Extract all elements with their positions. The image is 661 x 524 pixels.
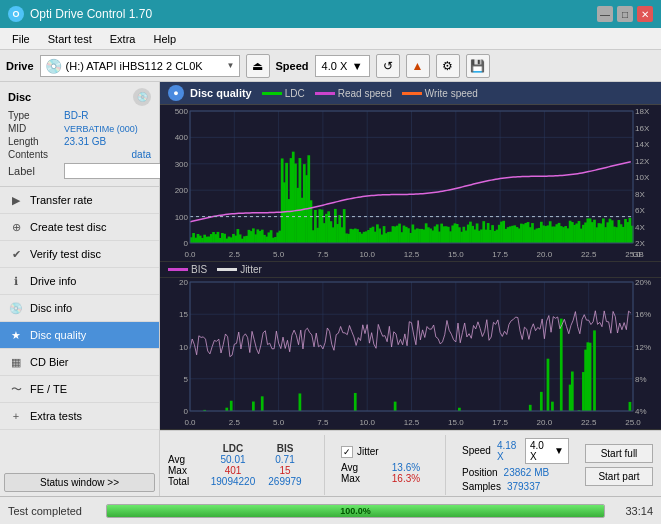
- type-value: BD-R: [64, 110, 151, 121]
- app-icon: O: [8, 6, 24, 22]
- transfer-rate-icon: ▶: [8, 192, 24, 208]
- position-label: Position: [462, 467, 498, 478]
- col-header-empty: [168, 443, 204, 454]
- chart2-legend-bis: BIS: [168, 264, 207, 275]
- jitter-checkbox[interactable]: ✓: [341, 446, 353, 458]
- lower-chart: [160, 278, 661, 430]
- sidebar-item-extra-tests[interactable]: + Extra tests: [0, 403, 159, 430]
- sidebar-item-drive-info[interactable]: ℹ Drive info: [0, 268, 159, 295]
- burn-button[interactable]: ▲: [406, 54, 430, 78]
- ldc-column-header: LDC: [210, 443, 256, 454]
- ldc-chart-canvas: [160, 105, 661, 261]
- max-ldc-value: 401: [210, 465, 256, 476]
- status-text: Test completed: [8, 505, 98, 517]
- fe-te-label: FE / TE: [30, 383, 67, 395]
- disc-title: Disc: [8, 91, 31, 103]
- sidebar-item-transfer-rate[interactable]: ▶ Transfer rate: [0, 187, 159, 214]
- speed-dropdown-stats[interactable]: 4.0 X ▼: [525, 438, 569, 464]
- bis-legend-label: BIS: [191, 264, 207, 275]
- cd-bier-icon: ▦: [8, 354, 24, 370]
- jitter-label: Jitter: [357, 446, 379, 457]
- disc-info-icon: 💿: [8, 300, 24, 316]
- disc-quality-label: Disc quality: [30, 329, 86, 341]
- eject-button[interactable]: ⏏: [246, 54, 270, 78]
- disc-quality-header: ● Disc quality LDC Read speed Write spee…: [160, 82, 661, 105]
- length-label: Length: [8, 136, 64, 147]
- contents-value: data: [64, 149, 151, 160]
- sidebar-item-fe-te[interactable]: 〜 FE / TE: [0, 376, 159, 403]
- speed-dropdown-arrow: ▼: [554, 445, 564, 456]
- read-speed-color-swatch: [315, 92, 335, 95]
- total-row-label: Total: [168, 476, 204, 487]
- chart-legend: LDC Read speed Write speed: [262, 88, 478, 99]
- settings-button[interactable]: ⚙: [436, 54, 460, 78]
- extra-tests-icon: +: [8, 408, 24, 424]
- menu-file[interactable]: File: [4, 31, 38, 47]
- jitter-section: ✓ Jitter: [341, 446, 429, 458]
- status-bar: Test completed 100.0% 33:14: [0, 496, 661, 524]
- disc-quality-header-icon: ●: [168, 85, 184, 101]
- sidebar-item-create-test-disc[interactable]: ⊕ Create test disc: [0, 214, 159, 241]
- speed-label: Speed: [276, 60, 309, 72]
- create-test-disc-label: Create test disc: [30, 221, 106, 233]
- verify-test-disc-label: Verify test disc: [30, 248, 101, 260]
- start-part-button[interactable]: Start part: [585, 467, 653, 486]
- max-jitter-value: 16.3%: [383, 473, 429, 484]
- progress-fill: 100.0%: [107, 505, 604, 517]
- verify-test-disc-icon: ✔: [8, 246, 24, 262]
- extra-tests-label: Extra tests: [30, 410, 82, 422]
- type-label: Type: [8, 110, 64, 121]
- avg-jitter-row-label: Avg: [341, 462, 377, 473]
- sidebar-item-disc-quality[interactable]: ★ Disc quality: [0, 322, 159, 349]
- jitter-legend-label: Jitter: [240, 264, 262, 275]
- menu-start-test[interactable]: Start test: [40, 31, 100, 47]
- avg-ldc-value: 50.01: [210, 454, 256, 465]
- title-bar: O Opti Drive Control 1.70 — □ ✕: [0, 0, 661, 28]
- bis-jitter-chart-canvas: [160, 278, 661, 429]
- save-button[interactable]: 💾: [466, 54, 490, 78]
- drive-label: Drive: [6, 60, 34, 72]
- max-row-label: Max: [168, 465, 204, 476]
- write-speed-color-swatch: [402, 92, 422, 95]
- speed-section: Speed 4.18 X 4.0 X ▼ Position 23862 MB S…: [462, 438, 569, 492]
- speed-avg-value: 4.18 X: [497, 440, 519, 462]
- sidebar: Disc 💿 Type BD-R MID VERBATIMe (000) Len…: [0, 82, 160, 496]
- total-ldc-value: 19094220: [210, 476, 256, 487]
- drive-toolbar: Drive 💿 (H:) ATAPI iHBS112 2 CL0K ▼ ⏏ Sp…: [0, 50, 661, 82]
- speed-arrow: ▼: [352, 60, 363, 72]
- write-speed-legend-label: Write speed: [425, 88, 478, 99]
- minimize-button[interactable]: —: [597, 6, 613, 22]
- stats-area: LDC BIS Avg 50.01 0.71 Max 401 15 Total …: [160, 430, 661, 496]
- speed-value: 4.0 X: [322, 60, 348, 72]
- position-value: 23862 MB: [504, 467, 550, 478]
- progress-track: 100.0%: [106, 504, 605, 518]
- legend-write-speed: Write speed: [402, 88, 478, 99]
- avg-row-label: Avg: [168, 454, 204, 465]
- menu-help[interactable]: Help: [145, 31, 184, 47]
- right-content: ● Disc quality LDC Read speed Write spee…: [160, 82, 661, 496]
- transfer-rate-label: Transfer rate: [30, 194, 93, 206]
- sidebar-item-verify-test-disc[interactable]: ✔ Verify test disc: [0, 241, 159, 268]
- sidebar-item-disc-info[interactable]: 💿 Disc info: [0, 295, 159, 322]
- disc-quality-title: Disc quality: [190, 87, 252, 99]
- drive-value: (H:) ATAPI iHBS112 2 CL0K: [66, 60, 203, 72]
- maximize-button[interactable]: □: [617, 6, 633, 22]
- charts-area: BIS Jitter: [160, 105, 661, 430]
- avg-bis-value: 0.71: [262, 454, 308, 465]
- jitter-legend-swatch: [217, 268, 237, 271]
- speed-dropdown-value: 4.0 X: [530, 440, 552, 462]
- drive-select[interactable]: 💿 (H:) ATAPI iHBS112 2 CL0K ▼: [40, 55, 240, 77]
- bis-column-header: BIS: [262, 443, 308, 454]
- start-full-button[interactable]: Start full: [585, 444, 653, 463]
- legend-read-speed: Read speed: [315, 88, 392, 99]
- speed-select[interactable]: 4.0 X ▼: [315, 55, 370, 77]
- drive-info-label: Drive info: [30, 275, 76, 287]
- sidebar-item-cd-bier[interactable]: ▦ CD Bier: [0, 349, 159, 376]
- menu-extra[interactable]: Extra: [102, 31, 144, 47]
- status-window-button[interactable]: Status window >>: [4, 473, 155, 492]
- upper-chart: [160, 105, 661, 262]
- chart2-legend-jitter: Jitter: [217, 264, 262, 275]
- refresh-button[interactable]: ↺: [376, 54, 400, 78]
- speed-row-label: Speed: [462, 445, 491, 456]
- close-button[interactable]: ✕: [637, 6, 653, 22]
